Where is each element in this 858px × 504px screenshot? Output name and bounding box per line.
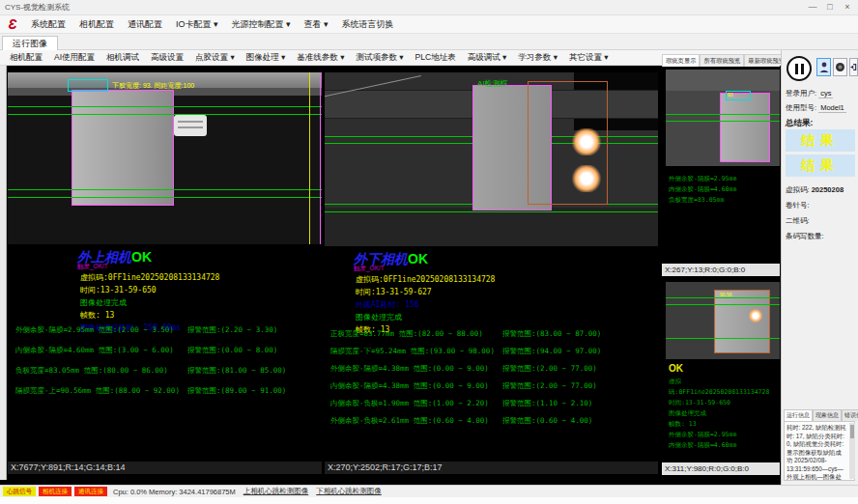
tool-camera-debug[interactable]: 相机调试 xyxy=(100,52,145,64)
left-splitter[interactable] xyxy=(0,66,7,480)
tool-ai-config[interactable]: AI使用配置 xyxy=(48,52,100,64)
baseline-overlay xyxy=(666,297,780,298)
upper-camera-cursor-status: X:7677;Y:891;R:14;G:14;B:14 xyxy=(8,462,322,474)
close-button[interactable]: × xyxy=(839,0,856,15)
needle-label: 卷针号: xyxy=(786,201,810,210)
ai-time-line: 外观AI耗时: 156 xyxy=(356,298,495,311)
camera-button[interactable] xyxy=(833,58,847,76)
process-done-line: 图像处理完成 xyxy=(80,296,219,309)
menu-light-config[interactable]: 光源控制配置 ▾ xyxy=(225,15,298,33)
virtual-code-line: 虚拟码:0FF1ine20250208133134728 xyxy=(356,273,495,286)
measurement-row: 隔膜宽度-下=95.24mm 范围:(93.00 ~ 98.00) 报警范围:(… xyxy=(330,347,656,356)
virtual-code-line: 虚拟码:0FF1ine20250208133134728 xyxy=(80,271,219,284)
tool-baseline-params[interactable]: 基准线参数 ▾ xyxy=(291,52,350,64)
preview-text-1: 外侧余胶-隔膜=2.95mm 内侧余胶-隔膜=4.60mm 负极宽度=83.05… xyxy=(669,174,777,206)
model-row: 使用型号: Model1 xyxy=(786,103,846,113)
baseline-overlay xyxy=(666,114,780,115)
tab-run-image[interactable]: 运行图像 xyxy=(2,36,58,50)
measurement-row: 内侧余胶-隔膜=4.60mm 范围:(3.00 ~ 6.00) 报警范围:(0.… xyxy=(15,346,320,355)
virtual-code-row: 虚拟码: 20250208 xyxy=(786,185,844,195)
title-bar: CYS-视觉检测系统 — □ × xyxy=(0,0,858,15)
bottom-margin xyxy=(0,497,858,504)
menu-language-switch[interactable]: 系统语言切换 xyxy=(335,15,401,33)
defect-preview-image-1[interactable]: 93 xyxy=(666,70,780,166)
trigger-sub-label: 触发_OK/T xyxy=(77,263,108,271)
menu-bar: Ɛ 系统配置 相机配置 通讯配置 IO卡配置 ▾ 光源控制配置 ▾ 查看 ▾ 系… xyxy=(0,15,858,34)
upper-camera-info: 外上相机OK 触发_OK/T 虚拟码:0FF1ine20250208133134… xyxy=(8,244,322,461)
lower-camera-image[interactable]: AI检测框 xyxy=(325,72,658,246)
menu-camera-config[interactable]: 相机配置 xyxy=(72,15,121,33)
user-icon xyxy=(819,62,829,73)
measurement-row: 正极宽度=83.77mm 范围:(82.00 ~ 88.00) 报警范围:(83… xyxy=(330,329,656,339)
measurement-row: 负极宽度=83.05mm 范围:(80.00 ~ 86.00) 报警范围:(81… xyxy=(15,366,320,376)
comm-connect-badge: 通讯连接 xyxy=(74,487,107,496)
lower-camera-info: 外下相机OK 触发_OK/T 虚拟码:0FF1ine20250208133134… xyxy=(325,246,658,461)
reflection-glow xyxy=(572,165,601,192)
model-field[interactable]: Model1 xyxy=(818,103,846,113)
menu-io-config[interactable]: IO卡配置 ▾ xyxy=(169,15,225,33)
frame-count-line: 帧数: 13 xyxy=(80,309,219,322)
baseline-overlay xyxy=(325,211,658,212)
login-user-row: 登录用户: cys xyxy=(786,89,833,98)
pause-icon xyxy=(795,64,804,74)
tool-test-params[interactable]: 测试项参数 ▾ xyxy=(350,52,409,64)
baseline-overlay xyxy=(8,106,322,107)
time-line: 时间:13-31-59-650 xyxy=(80,284,219,296)
result-box-upper: 结果 xyxy=(786,129,855,152)
qrcode-label: 二维码: xyxy=(786,216,810,226)
exit-button[interactable] xyxy=(849,58,858,76)
status-bar: 心跳信号 相机连接 通讯连接 Cpu: 0.0% Memory: 3424.41… xyxy=(0,485,858,497)
pause-button[interactable] xyxy=(786,56,812,81)
preview-cursor-status-2: X:311;Y:980;R:0;G:0;B:0 xyxy=(662,462,780,475)
mini-measure-label: 93 xyxy=(728,92,733,98)
tab-run-info[interactable]: 运行信息 xyxy=(784,409,813,421)
result-ok-label: OK xyxy=(408,251,428,266)
heartbeat-badge: 心跳信号 xyxy=(3,487,36,496)
tab-all-defects[interactable]: 所有瑕疵预览 xyxy=(700,54,744,67)
exit-arrow-icon xyxy=(850,62,857,72)
tab-defect-page[interactable]: 瑕疵页显示 xyxy=(662,54,700,67)
measurement-row: 外侧余胶-负极=2.61mm 范围:(0.60 ~ 4.00) 报警范围:(0.… xyxy=(330,416,656,426)
maximize-button[interactable]: □ xyxy=(821,0,839,15)
lower-camera-heartbeat-link[interactable]: 下相机心跳检测图像 xyxy=(316,487,382,496)
run-log-text[interactable]: 耗时: 222, 缺陷检测耗时: 17, 缺陷分类耗时: 0, 缺陷视觉分类耗时… xyxy=(784,421,855,481)
preview-text-2: 虚拟码:0FF1ine20250208133134728 时间:13-31-59… xyxy=(669,377,777,451)
tool-advanced-settings[interactable]: 高级设置 xyxy=(145,52,189,64)
camera-connect-badge: 相机连接 xyxy=(39,487,72,496)
upper-camera-image[interactable]: 下胶宽度: 93. 间距宽度:100 xyxy=(8,72,322,244)
user-lock-button[interactable] xyxy=(816,58,831,76)
tool-camera-config[interactable]: 相机配置 xyxy=(4,52,48,64)
minimize-button[interactable]: — xyxy=(804,0,821,15)
roi-cyan-box xyxy=(68,79,108,92)
yellow-guide-line xyxy=(309,72,310,244)
reflection-glow xyxy=(572,128,601,155)
measurement-row: 内侧余胶-负极=1.90mm 范围:(1.00 ~ 2.20) 报警范围:(1.… xyxy=(330,399,656,408)
tab-error-info[interactable]: 错误信息 xyxy=(842,409,858,421)
mini-measure-label: 90.56 xyxy=(720,292,732,297)
tool-glue-settings[interactable]: 点胶设置 ▾ xyxy=(189,52,241,64)
tool-advanced-debug[interactable]: 高级调试 ▾ xyxy=(462,52,513,64)
tool-other-settings[interactable]: 其它设置 ▾ xyxy=(563,52,615,64)
trigger-sub-label: 触发_OK/T xyxy=(354,265,385,273)
upper-camera-heartbeat-link[interactable]: 上相机心跳检测图像 xyxy=(243,487,309,496)
measurement-row: 隔膜宽度-上=90.56mm 范围:(88.00 ~ 92.00) 报警范围:(… xyxy=(15,386,320,396)
menu-system-config[interactable]: 系统配置 xyxy=(24,15,72,33)
tool-learning-params[interactable]: 学习参数 ▾ xyxy=(512,52,563,64)
login-user-field[interactable]: cys xyxy=(818,89,833,98)
right-sidebar: 登录用户: cys 使用型号: Model1 总结果: 结果 结果 虚拟码: 2… xyxy=(781,50,858,485)
preview-cursor-status-1: X:267;Y:13;R:0;G:0;B:0 xyxy=(662,264,780,276)
tab-phenomenon-info[interactable]: 现象信息 xyxy=(813,409,842,421)
result-ok-label: OK xyxy=(131,249,152,265)
tool-plc-table[interactable]: PLC地址表 xyxy=(410,52,462,64)
defect-preview-image-2[interactable]: 90.56 xyxy=(666,282,780,359)
total-result-label: 总结果: xyxy=(786,118,813,129)
menu-comm-config[interactable]: 通讯配置 xyxy=(121,15,169,33)
log-scrollbar[interactable] xyxy=(849,423,855,479)
menu-view[interactable]: 查看 ▾ xyxy=(298,15,335,33)
baseline-overlay xyxy=(8,189,322,190)
magenta-guide-line xyxy=(320,72,321,244)
preview-ok-label: OK xyxy=(669,363,683,374)
baseline-overlay xyxy=(666,338,780,339)
tool-image-processing[interactable]: 图像处理 ▾ xyxy=(241,52,292,64)
measurement-row: 外侧余胶-隔膜=4.38mm 范围:(0.00 ~ 9.00) 报警范围:(2.… xyxy=(330,364,656,374)
